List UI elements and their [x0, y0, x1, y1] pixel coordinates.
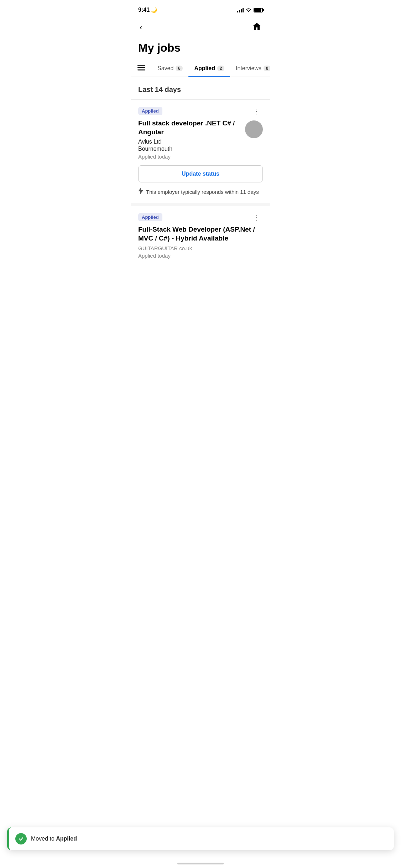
- wifi-icon: [246, 7, 251, 13]
- job-card-2: Applied ⋮ Full-Stack Web Developer (ASP.…: [131, 206, 270, 287]
- top-nav: ‹: [131, 18, 270, 38]
- tab-interviews-badge: 0: [264, 66, 270, 71]
- more-options-2[interactable]: ⋮: [251, 213, 263, 222]
- back-button[interactable]: ‹: [138, 21, 144, 33]
- lightning-icon: [138, 187, 143, 196]
- tab-interviews-label: Interviews: [236, 65, 261, 72]
- moon-icon: 🌙: [151, 7, 157, 13]
- response-text-1: This employer typically responds within …: [146, 189, 259, 195]
- battery-icon: [254, 8, 263, 12]
- job-company-2: GUITARGUITAR co.uk: [138, 245, 263, 251]
- tab-saved[interactable]: Saved 6: [152, 60, 188, 77]
- svg-rect-0: [137, 65, 145, 66]
- status-time: 9:41: [138, 7, 150, 13]
- job-location-1: Bournemouth: [138, 146, 241, 152]
- job-title-2[interactable]: Full-Stack Web Developer (ASP.Net / MVC …: [138, 225, 263, 243]
- status-badge-1: Applied: [138, 107, 162, 115]
- update-status-button-1[interactable]: Update status: [138, 165, 263, 182]
- status-icons: [237, 7, 263, 13]
- job-company-1: Avius Ltd: [138, 139, 241, 145]
- page-title: My jobs: [131, 38, 270, 60]
- tab-applied-label: Applied: [194, 65, 215, 72]
- tab-interviews[interactable]: Interviews 0: [230, 60, 270, 77]
- response-info-1: This employer typically responds within …: [138, 187, 263, 203]
- more-options-1[interactable]: ⋮: [251, 107, 263, 115]
- menu-icon[interactable]: [134, 61, 149, 76]
- job-title-1[interactable]: Full stack developer .NET C# / Angular: [138, 119, 241, 136]
- tab-applied[interactable]: Applied 2: [188, 60, 230, 77]
- svg-rect-1: [137, 67, 145, 68]
- section-header: Last 14 days: [131, 77, 270, 100]
- tabs-row: Saved 6 Applied 2 Interviews 0: [131, 60, 270, 77]
- company-logo-1: [245, 120, 263, 138]
- svg-rect-2: [137, 69, 145, 71]
- tab-applied-badge: 2: [217, 66, 224, 71]
- status-bar: 9:41 🌙: [131, 0, 270, 18]
- job-date-1: Applied today: [138, 154, 241, 160]
- signal-icon: [237, 7, 244, 12]
- job-card-1: Applied ⋮ Full stack developer .NET C# /…: [131, 100, 270, 206]
- status-badge-2: Applied: [138, 213, 162, 221]
- job-info-1: Full stack developer .NET C# / Angular A…: [138, 119, 241, 165]
- tab-saved-label: Saved: [157, 65, 173, 72]
- home-button[interactable]: [251, 21, 263, 34]
- job-date-2: Applied today: [138, 253, 263, 287]
- tab-saved-badge: 6: [176, 66, 183, 71]
